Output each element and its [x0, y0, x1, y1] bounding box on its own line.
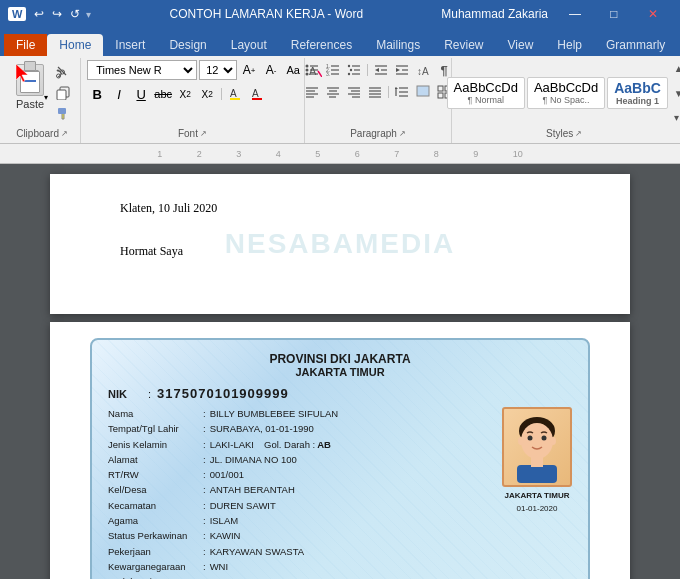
close-button[interactable]: ✕ [634, 0, 672, 28]
styles-label: Styles ↗ [458, 126, 670, 141]
tab-review[interactable]: Review [432, 34, 495, 56]
svg-point-70 [550, 437, 556, 445]
document-area: NESABAMEDIA Klaten, 10 Juli 2020 Hormat … [0, 164, 680, 579]
clipboard-group: Paste ▾ Clipboard ↗ [4, 58, 81, 143]
svg-point-69 [518, 437, 524, 445]
paste-dropdown-icon[interactable]: ▾ [44, 93, 48, 102]
ktp-field-alamat: Alamat : JL. DIMANA NO 100 [108, 453, 492, 466]
tab-help[interactable]: Help [545, 34, 594, 56]
repeat-button[interactable]: ↺ [68, 7, 82, 21]
sort-button[interactable]: ↕A [413, 60, 433, 80]
clipboard-label: Clipboard ↗ [10, 126, 74, 141]
align-right-button[interactable] [344, 82, 364, 102]
ktp-field-kelamin: Jenis Kelamin : LAKI-LAKI Gol. Darah : A… [108, 438, 492, 451]
bullet-list-button[interactable] [302, 60, 322, 80]
letter-blank3 [120, 284, 560, 306]
redo-button[interactable]: ↪ [50, 7, 64, 21]
svg-marker-59 [395, 87, 398, 89]
tab-design[interactable]: Design [157, 34, 218, 56]
style-normal[interactable]: AaBbCcDd ¶ Normal [447, 77, 525, 109]
quick-access-more[interactable]: ▾ [86, 9, 91, 20]
ktp-kota: JAKARTA TIMUR [108, 366, 572, 378]
tab-mailings[interactable]: Mailings [364, 34, 432, 56]
format-painter-button[interactable] [52, 104, 74, 124]
ktp-goldar-label: Gol. Darah : [264, 438, 315, 451]
minimize-button[interactable]: — [556, 0, 594, 28]
title-bar-left: W ↩ ↪ ↺ ▾ [8, 7, 91, 21]
increase-indent-button[interactable] [392, 60, 412, 80]
font-name-selector[interactable]: Times New R [87, 60, 197, 80]
clipboard-expand-icon[interactable]: ↗ [61, 129, 68, 138]
ktp-field-keldesa: Kel/Desa : ANTAH BERANTAH [108, 483, 492, 496]
tab-insert[interactable]: Insert [103, 34, 157, 56]
shading-button[interactable] [413, 82, 433, 102]
ktp-field-agama: Agama : ISLAM [108, 514, 492, 527]
svg-marker-35 [396, 68, 400, 72]
tab-layout[interactable]: Layout [219, 34, 279, 56]
align-left-button[interactable] [302, 82, 322, 102]
styles-expand-icon[interactable]: ↗ [575, 129, 582, 138]
svg-rect-5 [58, 108, 66, 114]
styles-gallery-expand[interactable]: ▾ [674, 112, 680, 123]
font-expand-icon[interactable]: ↗ [200, 129, 207, 138]
styles-scroll-up[interactable]: ▲ [674, 63, 680, 74]
justify-button[interactable] [365, 82, 385, 102]
superscript-button[interactable]: X2 [197, 84, 217, 104]
multilevel-list-button[interactable] [344, 60, 364, 80]
font-grow-button[interactable]: A+ [239, 60, 259, 80]
ribbon-tabs: File Home Insert Design Layout Reference… [0, 28, 680, 56]
decrease-indent-button[interactable] [371, 60, 391, 80]
text-highlight-button[interactable]: A [226, 84, 246, 104]
style-nospacing-label: ¶ No Spac.. [534, 95, 598, 105]
bold-button[interactable]: B [87, 84, 107, 104]
style-nospacing-preview: AaBbCcDd [534, 80, 598, 95]
font-size-selector[interactable]: 12 [199, 60, 237, 80]
tab-view[interactable]: View [496, 34, 546, 56]
cut-button[interactable] [52, 62, 74, 82]
ktp-photo-caption: JAKARTA TIMUR [505, 491, 570, 500]
ktp-nik-colon: : [148, 388, 151, 400]
svg-rect-60 [417, 86, 429, 96]
undo-button[interactable]: ↩ [32, 7, 46, 21]
font-shrink-button[interactable]: A- [261, 60, 281, 80]
svg-rect-11 [252, 98, 262, 100]
ktp-field-kewarganegaraan: Kewarganegaraan : WNI [108, 560, 492, 573]
paste-button[interactable]: Paste ▾ [10, 60, 50, 114]
ktp-fields: Nama : BILLY BUMBLEBEE SIFULAN Tempat/Tg… [108, 407, 492, 579]
change-case-button[interactable]: Aa [283, 60, 303, 80]
tab-home[interactable]: Home [47, 34, 103, 56]
username: Muhammad Zakaria [441, 7, 548, 21]
strikethrough-button[interactable]: abc [153, 84, 173, 104]
svg-point-67 [528, 436, 533, 441]
style-heading1[interactable]: AaBbC Heading 1 [607, 77, 668, 109]
svg-point-16 [306, 73, 309, 76]
paragraph-label: Paragraph ↗ [311, 126, 446, 141]
cursor-indicator [14, 62, 32, 88]
style-nospacing[interactable]: AaBbCcDd ¶ No Spac.. [527, 77, 605, 109]
numbered-list-button[interactable]: 1.2.3. [323, 60, 343, 80]
svg-marker-0 [16, 64, 28, 82]
align-center-button[interactable] [323, 82, 343, 102]
maximize-button[interactable]: □ [595, 0, 633, 28]
paste-label: Paste [16, 98, 44, 110]
title-bar: W ↩ ↪ ↺ ▾ CONTOH LAMARAN KERJA - Word Mu… [0, 0, 680, 28]
ktp-field-berlaku: Berlaku Hingga : SEUMUR HIDUP [108, 575, 492, 579]
font-color-button[interactable]: A [248, 84, 268, 104]
subscript-button[interactable]: X2 [175, 84, 195, 104]
tab-references[interactable]: References [279, 34, 364, 56]
document-title: CONTOH LAMARAN KERJA - Word [170, 7, 364, 21]
line-spacing-button[interactable] [392, 82, 412, 102]
para-expand-icon[interactable]: ↗ [399, 129, 406, 138]
tab-file[interactable]: File [4, 34, 47, 56]
svg-point-66 [521, 423, 553, 459]
ktp-field-perkawinan: Status Perkawinan : KAWIN [108, 529, 492, 542]
letter-page[interactable]: NESABAMEDIA Klaten, 10 Juli 2020 Hormat … [50, 174, 630, 314]
tab-grammarly[interactable]: Grammarly [594, 34, 677, 56]
underline-button[interactable]: U [131, 84, 151, 104]
ktp-page[interactable]: PROVINSI DKI JAKARTA JAKARTA TIMUR NIK :… [50, 322, 630, 579]
copy-button[interactable] [52, 83, 74, 103]
styles-scroll-down[interactable]: ▼ [674, 88, 680, 99]
para-group-content: 1.2.3. ↕A ¶ [302, 60, 454, 126]
italic-button[interactable]: I [109, 84, 129, 104]
svg-point-26 [350, 69, 352, 71]
